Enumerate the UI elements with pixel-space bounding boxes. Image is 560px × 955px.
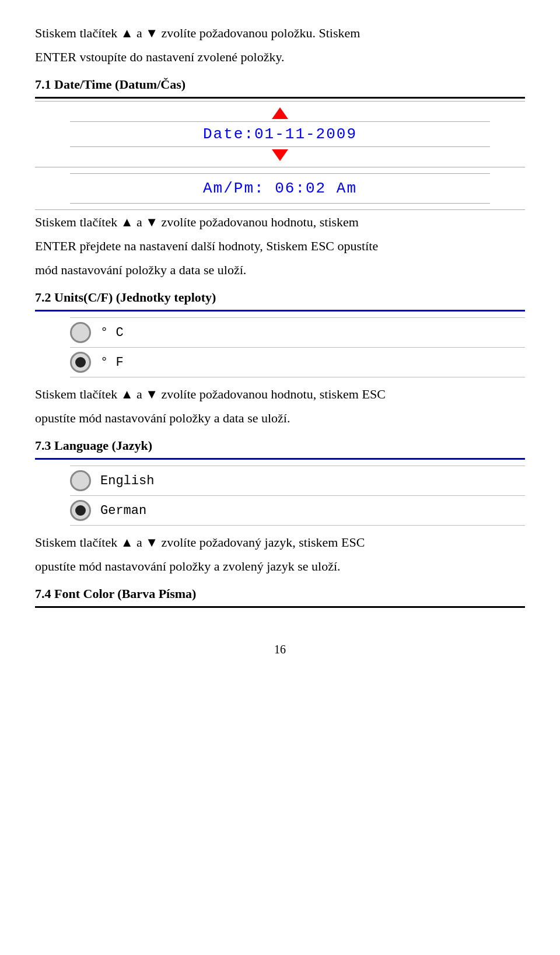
date-arrow-down-icon	[272, 149, 288, 161]
section-74: 7.4 Font Color (Barva Písma)	[35, 586, 525, 608]
section-71-divider-thin-top	[35, 101, 525, 102]
option-fahrenheit-row: ° F	[70, 348, 525, 377]
option-english-radio	[70, 470, 91, 491]
ampm-value: Am/Pm: 06:02 Am	[203, 180, 357, 197]
section-72-text1: Stiskem tlačítek ▲ a ▼ zvolíte požadovan…	[35, 384, 525, 404]
option-fahrenheit-radio-dot	[75, 357, 86, 368]
page-number: 16	[35, 643, 525, 656]
option-english-label: English	[100, 474, 154, 488]
section-71-divider-thick	[35, 97, 525, 99]
intro-line2: ENTER vstoupíte do nastavení zvolené pol…	[35, 47, 525, 67]
option-german-radio	[70, 500, 91, 521]
section-71-heading: 7.1 Date/Time (Datum/Čas)	[35, 77, 525, 92]
section-73-heading: 7.3 Language (Jazyk)	[35, 438, 525, 453]
date-display-block: Date:01-11-2009	[70, 107, 490, 161]
section-71-text3: mód nastavování položky a data se uloží.	[35, 260, 525, 279]
section-71-text2: ENTER přejdete na nastavení další hodnot…	[35, 236, 525, 256]
section-73-options: English German	[70, 466, 525, 526]
section-71-divider-thin-mid	[35, 167, 525, 167]
section-72-divider	[35, 310, 525, 312]
option-celsius-label: ° C	[100, 326, 124, 340]
intro-line1: Stiskem tlačítek ▲ a ▼ zvolíte požadovan…	[35, 23, 525, 43]
section-74-divider	[35, 606, 525, 608]
section-72-heading: 7.2 Units(C/F) (Jednotky teploty)	[35, 290, 525, 305]
section-71-text1: Stiskem tlačítek ▲ a ▼ zvolíte požadovan…	[35, 212, 525, 232]
option-german-label: German	[100, 503, 146, 518]
option-fahrenheit-radio	[70, 352, 91, 373]
option-english-row: English	[70, 466, 525, 496]
section-72: 7.2 Units(C/F) (Jednotky teploty) ° C ° …	[35, 290, 525, 428]
section-73-divider	[35, 458, 525, 460]
ampm-display-box: Am/Pm: 06:02 Am	[70, 173, 490, 204]
date-value: Date:01-11-2009	[70, 121, 490, 147]
option-celsius-row: ° C	[70, 317, 525, 348]
option-german-row: German	[70, 496, 525, 526]
section-72-options: ° C ° F	[70, 317, 525, 377]
section-73-text1: Stiskem tlačítek ▲ a ▼ zvolíte požadovan…	[35, 533, 525, 552]
option-german-radio-dot	[75, 505, 86, 516]
section-71: 7.1 Date/Time (Datum/Čas) Date:01-11-200…	[35, 77, 525, 279]
section-72-text2: opustíte mód nastavování položky a data …	[35, 408, 525, 428]
section-73: 7.3 Language (Jazyk) English German Stis…	[35, 438, 525, 576]
option-celsius-radio	[70, 322, 91, 343]
section-74-heading: 7.4 Font Color (Barva Písma)	[35, 586, 525, 601]
date-arrow-up-icon	[272, 107, 288, 119]
section-73-text2: opustíte mód nastavování položky a zvole…	[35, 557, 525, 576]
section-71-divider-thin-bot	[35, 209, 525, 210]
option-fahrenheit-label: ° F	[100, 355, 124, 370]
